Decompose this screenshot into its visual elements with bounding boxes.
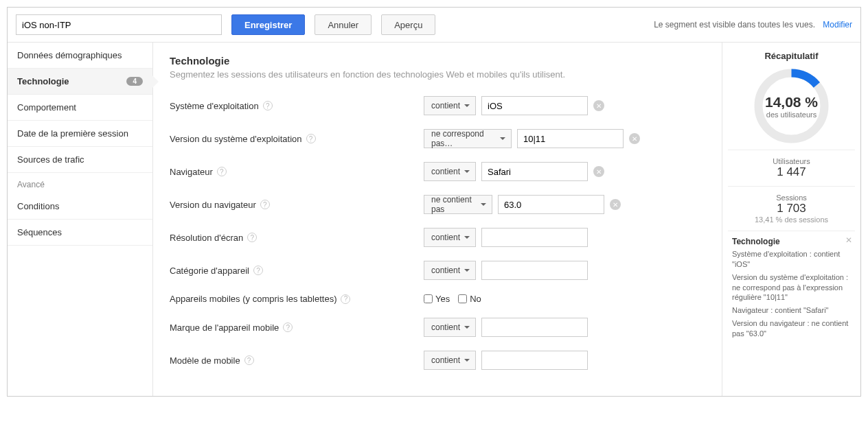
- clear-icon[interactable]: ✕: [610, 199, 621, 210]
- help-icon[interactable]: ?: [247, 233, 257, 242]
- op-select-browser[interactable]: contient: [424, 162, 476, 181]
- value-input-device-cat[interactable]: [481, 261, 588, 280]
- sidebar-item-label: Données démographiques: [17, 50, 122, 60]
- value-input-os[interactable]: [481, 96, 588, 115]
- row-mobile-brand: Marque de l'appareil mobile? contient: [170, 318, 705, 337]
- sidebar-item-sequences[interactable]: Séquences: [8, 220, 152, 246]
- preview-button[interactable]: Aperçu: [381, 14, 435, 35]
- row-os-version: Version du système d'exploitation? ne co…: [170, 129, 705, 148]
- sidebar-item-label: Sources de trafic: [17, 154, 84, 165]
- sidebar-item-label: Séquences: [17, 227, 62, 237]
- op-select-mobile-brand[interactable]: contient: [424, 318, 476, 337]
- stat-sub: 13,41 % des sessions: [731, 215, 852, 224]
- clear-icon[interactable]: ✕: [629, 133, 640, 144]
- row-browser: Navigateur? contient ✕: [170, 162, 705, 181]
- stat-value: 1 703: [731, 202, 852, 215]
- value-input-screen-res[interactable]: [481, 228, 588, 247]
- sidebar-item-label: Date de la première session: [17, 128, 128, 139]
- value-input-mobile-brand[interactable]: [481, 318, 588, 337]
- help-icon[interactable]: ?: [263, 101, 273, 110]
- checkbox-no[interactable]: No: [458, 294, 481, 304]
- op-select-os[interactable]: contient: [424, 96, 476, 115]
- filter-title: Technologie: [732, 237, 851, 246]
- help-icon[interactable]: ?: [253, 266, 263, 275]
- summary-title: Récapitulatif: [728, 51, 855, 61]
- op-select-screen-res[interactable]: contient: [424, 228, 476, 247]
- row-os: Système d'exploitation? contient ✕: [170, 96, 705, 115]
- op-select-browser-version[interactable]: ne contient pas: [424, 195, 492, 214]
- visibility-label: Le segment est visible dans toutes les v…: [654, 20, 815, 30]
- save-button[interactable]: Enregistrer: [231, 14, 305, 35]
- stat-label: Sessions: [731, 194, 852, 202]
- clear-icon[interactable]: ✕: [593, 166, 604, 177]
- row-screen-res: Résolution d'écran? contient: [170, 228, 705, 247]
- row-device-cat: Catégorie d'appareil? contient: [170, 261, 705, 280]
- topbar: Enregistrer Annuler Aperçu Le segment es…: [8, 8, 860, 43]
- value-input-browser[interactable]: [481, 162, 588, 181]
- summary-pct-label: des utilisateurs: [766, 110, 816, 119]
- label-mobile-model: Modèle de mobile: [170, 355, 240, 366]
- cancel-button[interactable]: Annuler: [315, 14, 372, 35]
- sidebar-item-conditions[interactable]: Conditions: [8, 194, 152, 220]
- row-mobile-model: Modèle de mobile? contient: [170, 351, 705, 370]
- summary-donut: 14,08 % des utilisateurs: [752, 67, 831, 145]
- summary-filters: ✕ Technologie Système d'exploitation : c…: [728, 231, 855, 347]
- help-icon[interactable]: ?: [283, 323, 293, 332]
- stat-label: Utilisateurs: [731, 157, 852, 165]
- segment-name-input[interactable]: [16, 14, 222, 35]
- row-mobile-tablet: Appareils mobiles (y compris les tablett…: [170, 294, 705, 304]
- sidebar: Données démographiques Technologie4 Comp…: [8, 43, 153, 396]
- sidebar-badge: 4: [126, 77, 143, 86]
- clear-icon[interactable]: ✕: [593, 100, 604, 111]
- main-panel: Technologie Segmentez les sessions des u…: [153, 43, 722, 396]
- sidebar-item-label: Technologie: [17, 76, 69, 86]
- op-select-os-version[interactable]: ne correspond pas…: [424, 129, 512, 148]
- row-browser-version: Version du navigateur? ne contient pas ✕: [170, 195, 705, 214]
- segment-editor: Enregistrer Annuler Aperçu Le segment es…: [7, 7, 861, 397]
- summary-panel: Récapitulatif 14,08 % des utilisateurs U…: [722, 43, 860, 396]
- sidebar-item-demographics[interactable]: Données démographiques: [8, 43, 152, 69]
- value-input-browser-version[interactable]: [498, 195, 604, 214]
- sidebar-item-behavior[interactable]: Comportement: [8, 95, 152, 121]
- columns: Données démographiques Technologie4 Comp…: [8, 43, 860, 396]
- label-screen-res: Résolution d'écran: [170, 233, 243, 243]
- sidebar-group-advanced: Avancé: [8, 173, 152, 194]
- sidebar-item-technology[interactable]: Technologie4: [8, 69, 152, 95]
- filter-line: Navigateur : contient "Safari": [732, 305, 851, 316]
- filter-line: Version du navigateur : ne contient pas …: [732, 318, 851, 339]
- value-input-mobile-model[interactable]: [481, 351, 588, 370]
- summary-pct: 14,08 %: [765, 94, 818, 110]
- label-device-cat: Catégorie d'appareil: [170, 266, 249, 276]
- sidebar-item-first-session[interactable]: Date de la première session: [8, 121, 152, 147]
- help-icon[interactable]: ?: [244, 355, 254, 365]
- op-select-device-cat[interactable]: contient: [424, 261, 476, 280]
- panel-subtitle: Segmentez les sessions des utilisateurs …: [170, 69, 705, 80]
- stat-sessions: Sessions 1 703 13,41 % des sessions: [728, 186, 855, 231]
- help-icon[interactable]: ?: [217, 167, 227, 176]
- checkbox-label: Yes: [435, 294, 450, 304]
- label-mobile-tablet: Appareils mobiles (y compris les tablett…: [170, 294, 336, 304]
- help-icon[interactable]: ?: [306, 134, 316, 143]
- checkbox-yes[interactable]: Yes: [424, 294, 450, 304]
- checkbox-no-input[interactable]: [458, 294, 467, 303]
- stat-users: Utilisateurs 1 447: [728, 150, 855, 186]
- label-browser-version: Version du navigateur: [170, 200, 256, 210]
- stat-value: 1 447: [731, 165, 852, 179]
- checkbox-yes-input[interactable]: [424, 294, 433, 303]
- sidebar-item-traffic[interactable]: Sources de trafic: [8, 147, 152, 173]
- filter-line: Version du système d'exploitation : ne c…: [732, 272, 851, 303]
- help-icon[interactable]: ?: [260, 200, 270, 209]
- visibility-text: Le segment est visible dans toutes les v…: [654, 20, 852, 30]
- sidebar-item-label: Comportement: [17, 102, 76, 113]
- sidebar-item-label: Conditions: [17, 201, 59, 211]
- value-input-os-version[interactable]: [517, 129, 624, 148]
- op-select-mobile-model[interactable]: contient: [424, 351, 476, 370]
- label-mobile-brand: Marque de l'appareil mobile: [170, 323, 279, 333]
- close-icon[interactable]: ✕: [845, 235, 852, 245]
- filter-line: Système d'exploitation : contient "iOS": [732, 249, 851, 270]
- modify-link[interactable]: Modifier: [823, 20, 852, 30]
- help-icon[interactable]: ?: [341, 294, 350, 304]
- checkbox-label: No: [470, 294, 481, 304]
- panel-title: Technologie: [170, 55, 705, 67]
- label-os-version: Version du système d'exploitation: [170, 134, 302, 144]
